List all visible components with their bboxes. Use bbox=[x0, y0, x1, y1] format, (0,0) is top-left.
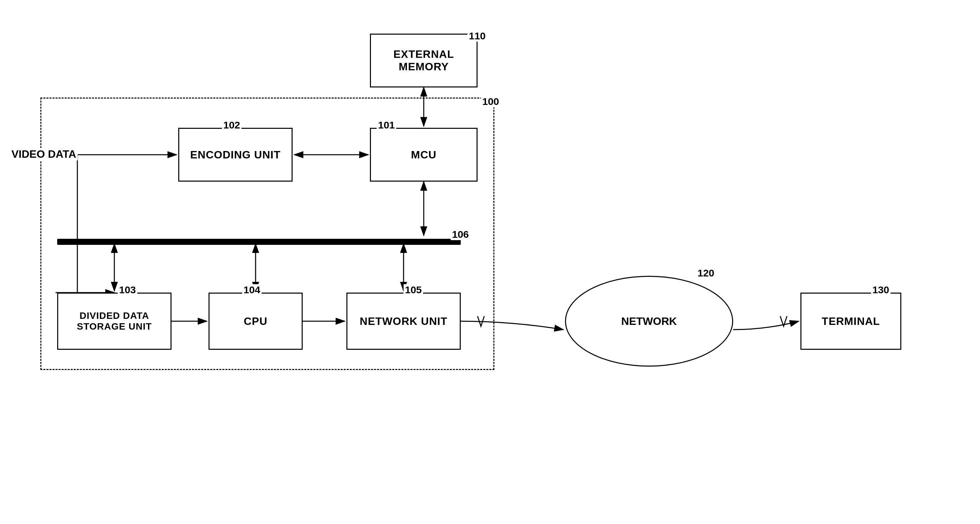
network-ellipse: NETWORK bbox=[565, 276, 733, 366]
terminal-box: TERMINAL bbox=[800, 293, 901, 350]
encoding-unit-label: ENCODING UNIT bbox=[190, 149, 281, 161]
ref-106: 106 bbox=[451, 229, 470, 240]
video-data-label: VIDEO DATA bbox=[10, 148, 78, 161]
ref-101: 101 bbox=[377, 119, 396, 131]
network-unit-box: NETWORK UNIT bbox=[347, 293, 461, 350]
network-unit-label: NETWORK UNIT bbox=[360, 315, 448, 328]
ref-130: 130 bbox=[871, 284, 891, 296]
diagram: EXTERNAL MEMORY MCU ENCODING UNIT DIVIDE… bbox=[0, 0, 980, 524]
ref-120: 120 bbox=[696, 268, 716, 279]
mcu-label: MCU bbox=[411, 149, 436, 161]
ref-102: 102 bbox=[222, 119, 242, 131]
cpu-box: CPU bbox=[208, 293, 303, 350]
mcu-box: MCU bbox=[370, 128, 477, 182]
ref-104: 104 bbox=[242, 284, 262, 296]
ref-100: 100 bbox=[481, 96, 500, 107]
divided-data-storage-box: DIVIDED DATA STORAGE UNIT bbox=[57, 293, 172, 350]
ref-103: 103 bbox=[118, 284, 137, 296]
external-memory-box: EXTERNAL MEMORY bbox=[370, 33, 477, 88]
cpu-label: CPU bbox=[244, 315, 268, 328]
network-label: NETWORK bbox=[621, 315, 677, 328]
terminal-label: TERMINAL bbox=[822, 315, 880, 328]
ref-105: 105 bbox=[404, 284, 423, 296]
ref-110: 110 bbox=[468, 30, 487, 42]
divided-data-storage-label: DIVIDED DATA STORAGE UNIT bbox=[77, 311, 152, 332]
external-memory-label: EXTERNAL MEMORY bbox=[393, 48, 454, 73]
encoding-unit-box: ENCODING UNIT bbox=[178, 128, 293, 182]
